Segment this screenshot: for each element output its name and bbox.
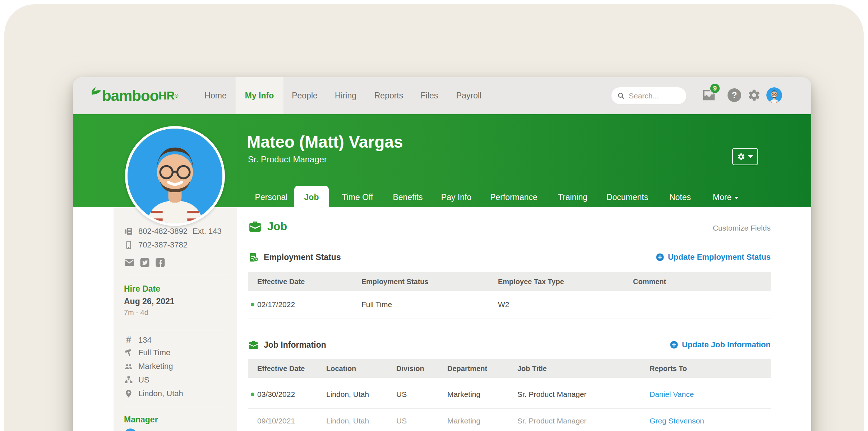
column-header: Division [396, 365, 447, 373]
cell-department: Marketing [447, 417, 517, 425]
search-icon [617, 92, 625, 100]
tab-benefits[interactable]: Benefits [393, 191, 423, 203]
reports-to-link[interactable]: Greg Stevenson [650, 417, 771, 425]
job-information-row[interactable]: 03/30/2022 Lindon, Utah US Marketing Sr.… [248, 383, 771, 406]
employment-status-header: Employment Status [248, 252, 341, 263]
customize-fields-link[interactable]: Customize Fields [713, 224, 771, 232]
user-menu-button[interactable] [766, 87, 783, 104]
tab-more[interactable]: More [713, 191, 739, 203]
tab-job[interactable]: Job [304, 191, 319, 203]
logo-suffix: HR [158, 89, 175, 102]
logo-registered: ® [175, 93, 178, 99]
job-tab-content: Job Customize Fields Employment Status [248, 207, 771, 431]
update-job-information-link[interactable]: Update Job Information [670, 340, 771, 349]
help-icon: ? [728, 88, 741, 102]
plus-circle-icon [670, 340, 678, 349]
user-avatar [766, 87, 782, 103]
nav-item-hiring[interactable]: Hiring [326, 77, 366, 114]
current-status-dot [251, 303, 254, 306]
update-employment-status-label: Update Employment Status [668, 252, 771, 262]
employment-status-table-header: Effective Date Employment Status Employe… [248, 272, 771, 291]
inbox-button[interactable]: 9 [700, 87, 717, 104]
tab-more-label: More [713, 193, 731, 202]
manager-row[interactable]: Daniel Vance [124, 428, 188, 431]
work-phone-value: 802-482-3892 [138, 227, 188, 236]
column-header: Department [447, 365, 517, 373]
nav-item-my-info[interactable]: My Info [236, 77, 283, 114]
employment-status-icon [248, 252, 259, 263]
employment-type-icon [124, 348, 133, 357]
mobile-phone-row: 702-387-3782 [124, 240, 188, 250]
cell-job-title: Sr. Product Manager [517, 417, 650, 425]
cell-department: Marketing [447, 390, 517, 399]
search-input[interactable]: Search... [611, 87, 686, 104]
work-phone-ext: Ext. 143 [193, 227, 222, 236]
settings-button[interactable] [745, 87, 763, 104]
cell-effective-date: 03/30/2022 [257, 390, 326, 399]
tab-documents[interactable]: Documents [606, 191, 648, 203]
office-phone-icon [124, 227, 133, 236]
location-pin-icon [124, 389, 133, 398]
sidebar-divider [124, 407, 230, 407]
mobile-phone-value: 702-387-3782 [138, 240, 188, 250]
help-button[interactable]: ? [726, 87, 743, 104]
tenure-value: 7m - 4d [124, 309, 148, 317]
nav-item-payroll[interactable]: Payroll [447, 77, 491, 114]
tab-pay-info[interactable]: Pay Info [441, 191, 471, 203]
facebook-icon[interactable] [155, 257, 166, 268]
work-phone-row: 802-482-3892 Ext. 143 [124, 227, 222, 236]
cell-division: US [396, 417, 447, 425]
column-header: Employee Tax Type [498, 278, 633, 286]
employee-name: Mateo (Matt) Vargas [247, 132, 403, 152]
tab-notes[interactable]: Notes [669, 191, 691, 203]
column-header: Location [326, 365, 396, 373]
tab-performance[interactable]: Performance [490, 191, 537, 203]
division-sitemap-icon [124, 375, 133, 385]
caret-down-icon [734, 197, 739, 199]
reports-to-link[interactable]: Daniel Vance [650, 390, 771, 399]
job-information-title: Job Information [264, 340, 326, 350]
twitter-icon[interactable] [139, 257, 150, 268]
section-divider [248, 240, 771, 240]
nav-item-home[interactable]: Home [195, 77, 236, 114]
tab-training[interactable]: Training [558, 191, 587, 203]
location-row: Lindon, Utah [124, 389, 183, 398]
job-page-title-text: Job [267, 220, 287, 233]
cell-effective-date: 02/17/2022 [257, 300, 361, 309]
nav-item-people[interactable]: People [282, 77, 327, 114]
search-placeholder: Search... [629, 92, 659, 100]
cell-employment-status: Full Time [361, 300, 498, 309]
employee-actions-button[interactable] [732, 148, 758, 165]
employment-status-row[interactable]: 02/17/2022 Full Time W2 [248, 293, 771, 316]
department-people-icon [124, 362, 133, 371]
tab-time-off[interactable]: Time Off [342, 191, 373, 203]
employee-job-title: Sr. Product Manager [248, 154, 327, 164]
logo-word: bamboo [102, 87, 158, 105]
hire-date-value: Aug 26, 2021 [124, 297, 175, 306]
cell-tax-type: W2 [498, 300, 633, 309]
gear-icon [747, 88, 761, 102]
job-information-row[interactable]: 09/10/2021 Lindon, Utah US Marketing Sr.… [248, 409, 771, 431]
column-header: Reports To [650, 365, 771, 373]
hash-icon: # [124, 334, 133, 346]
tab-personal[interactable]: Personal [255, 191, 288, 203]
current-status-dot [251, 393, 254, 396]
cell-location: Lindon, Utah [326, 417, 396, 425]
employment-type-value: Full Time [138, 348, 170, 357]
employment-type-row: Full Time [124, 348, 170, 357]
update-job-information-label: Update Job Information [682, 340, 771, 349]
nav-item-reports[interactable]: Reports [365, 77, 413, 114]
page-body: 802-482-3892 Ext. 143 702-387-3782 [73, 207, 811, 431]
gear-icon [737, 153, 745, 161]
employee-photo[interactable] [125, 126, 225, 226]
column-header: Effective Date [257, 365, 326, 373]
email-icon[interactable] [124, 257, 135, 268]
employee-number-row: # 134 [124, 334, 152, 346]
nav-item-files[interactable]: Files [411, 77, 448, 114]
cell-effective-date: 09/10/2021 [257, 417, 326, 425]
update-employment-status-link[interactable]: Update Employment Status [656, 252, 771, 262]
row-divider [248, 319, 771, 319]
briefcase-icon [248, 219, 262, 234]
division-row: US [124, 375, 149, 385]
bamboohr-logo[interactable]: bambooHR® [88, 77, 178, 114]
